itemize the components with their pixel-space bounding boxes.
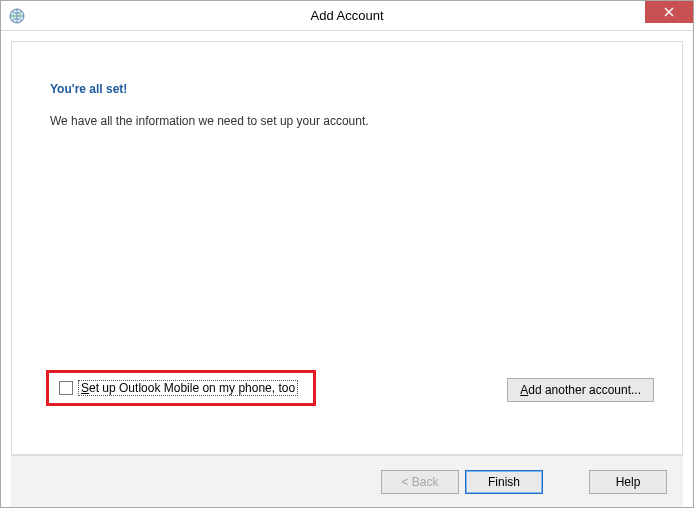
back-button: < Back bbox=[381, 470, 459, 494]
finish-button[interactable]: Finish bbox=[465, 470, 543, 494]
help-button[interactable]: Help bbox=[589, 470, 667, 494]
globe-icon bbox=[9, 8, 25, 24]
window-title: Add Account bbox=[311, 8, 384, 23]
close-icon bbox=[664, 7, 674, 17]
content-area: You're all set! We have all the informat… bbox=[1, 31, 693, 507]
page-heading: You're all set! bbox=[50, 82, 644, 96]
page-body-text: We have all the information we need to s… bbox=[50, 114, 644, 128]
add-account-dialog: Add Account You're all set! We have all … bbox=[0, 0, 694, 508]
mobile-setup-checkbox[interactable] bbox=[59, 381, 73, 395]
mobile-setup-highlight: Set up Outlook Mobile on my phone, too bbox=[46, 370, 316, 406]
main-panel: You're all set! We have all the informat… bbox=[11, 41, 683, 455]
mobile-setup-label[interactable]: Set up Outlook Mobile on my phone, too bbox=[78, 380, 298, 396]
wizard-footer: < Back Finish Help bbox=[11, 455, 683, 507]
titlebar: Add Account bbox=[1, 1, 693, 31]
add-another-container: Add another account... bbox=[507, 378, 654, 402]
close-button[interactable] bbox=[645, 1, 693, 23]
add-another-account-button[interactable]: Add another account... bbox=[507, 378, 654, 402]
